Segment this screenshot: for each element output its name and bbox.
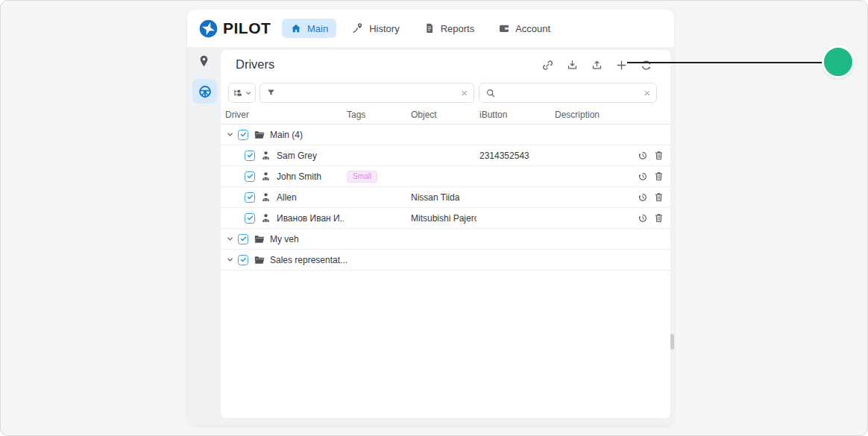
chevron-down-icon[interactable] — [226, 256, 234, 264]
cell-driver: Sam Grey — [221, 150, 344, 161]
cell-actions — [616, 192, 670, 203]
tab-main[interactable]: Main — [282, 19, 336, 38]
table-row[interactable]: Sam Grey 2314352543 — [221, 145, 670, 166]
cell-actions — [616, 171, 670, 182]
row-checkbox[interactable] — [238, 130, 248, 140]
driver-icon — [260, 171, 271, 182]
report-icon — [424, 22, 435, 34]
tree-view-button[interactable] — [228, 83, 256, 103]
side-rail — [187, 47, 221, 426]
tab-reports[interactable]: Reports — [415, 19, 483, 38]
panel-header: Drivers — [221, 50, 670, 80]
annotation-marker — [822, 45, 855, 78]
tab-label: Main — [307, 23, 328, 34]
row-checkbox[interactable] — [245, 213, 255, 224]
folder-icon — [254, 129, 265, 141]
driver-icon — [260, 192, 271, 203]
cell-driver: John Smith — [221, 171, 344, 182]
search-icon — [485, 88, 496, 98]
driver-name: Иванов Иван И... — [277, 213, 344, 224]
table-row[interactable]: Иванов Иван И... Mitsubishi Pajero — [221, 208, 670, 229]
group-label: My veh — [270, 234, 299, 244]
toolbar: × × — [221, 83, 670, 103]
page-background: PILOT Main History Reports Account — [0, 0, 868, 436]
driver-icon — [260, 150, 271, 161]
group-cell: Sales representat... — [221, 254, 670, 266]
brand-logo: PILOT — [187, 19, 271, 39]
add-icon[interactable] — [615, 59, 628, 72]
row-delete-icon[interactable] — [653, 192, 664, 203]
group-row[interactable]: My veh — [221, 229, 670, 250]
table-header: Driver Tags Object iButton Description — [221, 107, 670, 124]
chevron-down-icon[interactable] — [226, 235, 234, 243]
cell-driver: Allen — [221, 192, 344, 203]
drivers-rail-button[interactable] — [192, 79, 217, 104]
tab-history[interactable]: History — [344, 19, 407, 38]
table-row[interactable]: John Smith Small — [221, 166, 670, 187]
row-delete-icon[interactable] — [653, 171, 664, 182]
tree-icon — [233, 88, 243, 98]
top-nav: PILOT Main History Reports Account — [187, 10, 674, 47]
location-pin-icon[interactable] — [197, 54, 211, 69]
row-delete-icon[interactable] — [653, 212, 664, 224]
clear-search-icon[interactable]: × — [644, 87, 650, 98]
search-input[interactable] — [500, 88, 639, 98]
refresh-icon[interactable] — [640, 59, 652, 72]
filter-input[interactable] — [280, 88, 456, 98]
row-checkbox[interactable] — [238, 234, 248, 244]
cell-object: Nissan Tiida — [408, 192, 477, 203]
filter-input-wrap: × — [260, 83, 474, 103]
row-history-icon[interactable] — [637, 150, 648, 161]
panel-actions — [541, 50, 652, 80]
row-history-icon[interactable] — [637, 192, 648, 203]
col-description[interactable]: Description — [552, 107, 616, 124]
tag-badge: Small — [347, 171, 377, 183]
funnel-icon — [266, 88, 276, 98]
tab-label: Reports — [441, 23, 475, 34]
table-row[interactable]: Allen Nissan Tiida — [221, 187, 670, 208]
col-tags[interactable]: Tags — [344, 107, 408, 124]
driver-icon — [260, 212, 271, 224]
export-icon[interactable] — [591, 59, 603, 72]
row-history-icon[interactable] — [637, 212, 648, 224]
driver-name: Allen — [277, 192, 297, 203]
brand-name: PILOT — [223, 19, 271, 37]
cell-driver: Иванов Иван И... — [221, 212, 344, 224]
row-checkbox[interactable] — [245, 171, 255, 182]
route-icon — [352, 22, 364, 34]
col-actions — [616, 107, 670, 124]
clear-filter-icon[interactable]: × — [461, 87, 468, 98]
cell-ibutton: 2314352543 — [477, 151, 552, 161]
pilot-logo-icon — [198, 19, 218, 39]
vertical-scrollbar[interactable] — [670, 334, 674, 350]
page-title: Drivers — [236, 57, 274, 72]
cell-actions — [616, 212, 670, 224]
steering-wheel-icon — [198, 84, 213, 99]
app-window: PILOT Main History Reports Account — [187, 10, 674, 426]
link-icon[interactable] — [541, 59, 554, 72]
col-driver[interactable]: Driver — [221, 107, 344, 124]
group-row[interactable]: Sales representat... — [221, 250, 670, 271]
row-checkbox[interactable] — [245, 192, 255, 203]
cell-actions — [616, 150, 670, 161]
group-label: Sales representat... — [270, 255, 347, 265]
folder-icon — [254, 233, 265, 245]
col-ibutton[interactable]: iButton — [477, 107, 552, 124]
col-object[interactable]: Object — [408, 107, 477, 124]
row-history-icon[interactable] — [637, 171, 648, 182]
row-delete-icon[interactable] — [653, 150, 664, 161]
row-checkbox[interactable] — [238, 255, 248, 265]
chevron-down-icon[interactable] — [226, 130, 234, 139]
group-cell: Main (4) — [221, 129, 670, 141]
row-checkbox[interactable] — [245, 151, 255, 161]
tab-account[interactable]: Account — [490, 19, 559, 38]
driver-name: Sam Grey — [277, 151, 317, 161]
group-row[interactable]: Main (4) — [221, 124, 670, 145]
drivers-panel: Drivers — [221, 50, 670, 418]
app-body: Drivers — [187, 47, 674, 426]
tab-label: Account — [515, 23, 550, 34]
home-icon — [290, 22, 302, 34]
import-icon[interactable] — [566, 59, 579, 72]
folder-icon — [254, 254, 265, 266]
group-cell: My veh — [221, 233, 670, 245]
